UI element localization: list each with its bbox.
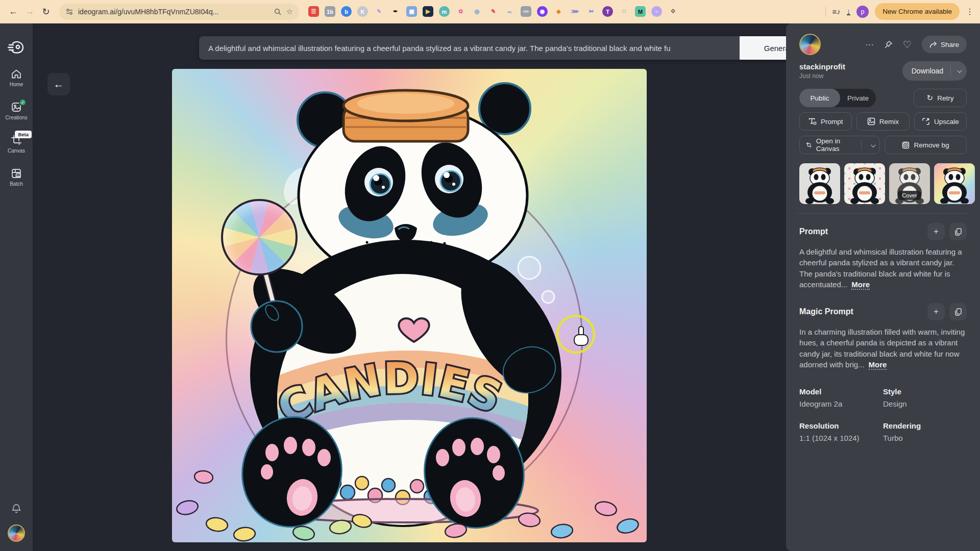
forward-icon[interactable]: → — [21, 6, 38, 17]
sidebar-item-canvas[interactable]: Beta Canvas — [0, 135, 33, 154]
magic-prompt-more-link[interactable]: More — [869, 360, 887, 370]
extension-eyedropper-icon[interactable]: ✒ — [390, 6, 401, 17]
extension-puzzle-icon[interactable]: ⟐ — [668, 6, 678, 17]
extension-blue-b-icon[interactable]: b — [341, 6, 352, 17]
pin-icon[interactable] — [884, 40, 893, 49]
extension-t-purple-icon[interactable]: T — [602, 6, 613, 17]
remove-bg-label: Remove bg — [914, 141, 949, 149]
extension-play-icon[interactable]: ▶ — [423, 6, 433, 17]
search-icon[interactable] — [274, 8, 282, 16]
browser-toolbar: ← → ↻ ideogram.ai/g/uvuMH8hbTFqVnmZU8I04… — [0, 0, 980, 23]
sidebar-item-home[interactable]: Home — [0, 68, 33, 87]
creator-avatar[interactable] — [799, 34, 821, 55]
extension-link-icon[interactable]: ∞ — [504, 6, 515, 17]
download-label: Download — [902, 67, 950, 75]
thumbnail-variant-2[interactable] — [844, 163, 885, 204]
thumbnail-variant-3[interactable]: Cover — [889, 163, 930, 204]
prompt-text-icon — [808, 118, 817, 125]
thumbnail-variant-4-selected[interactable] — [934, 163, 975, 204]
chrome-update-button[interactable]: New Chrome available — [875, 3, 960, 20]
extension-todoist-icon[interactable]: ☰ — [308, 6, 319, 17]
generated-image[interactable]: CANDIES — [172, 69, 647, 542]
visibility-toggle[interactable]: Public Private — [799, 89, 876, 107]
extension-dots-grid-icon[interactable]: ∷ — [619, 6, 629, 17]
like-heart-icon[interactable]: ♡ — [903, 40, 912, 49]
prompt-more-link[interactable]: More — [851, 280, 870, 290]
back-button[interactable]: ← — [47, 73, 70, 95]
magic-prompt-text: In a charming illustration filled with w… — [799, 327, 967, 370]
extensions-row: ☰1bbK✎✒▣▶m✿◎✎∞</>◉◆⋙✂T∷Mᵕ⟐ — [308, 6, 678, 17]
canvas-beta-badge: Beta — [15, 131, 32, 138]
sidebar-bottom — [8, 503, 25, 542]
share-button[interactable]: Share — [922, 36, 967, 53]
extension-color-ring-icon[interactable]: ◎ — [472, 6, 482, 17]
extension-code-icon[interactable]: </> — [521, 6, 531, 17]
image-detail-panel: ··· ♡ Share stackinprofit Just now Downl… — [786, 23, 980, 551]
retry-button[interactable]: ↻ Retry — [914, 89, 967, 107]
sidebar-label: Canvas — [8, 148, 25, 154]
remove-bg-button[interactable]: Remove bg — [885, 136, 967, 154]
url-text: ideogram.ai/g/uvuMH8hbTFqVnmZU8I04q... — [78, 8, 269, 16]
extension-fox-icon[interactable]: ◆ — [553, 6, 564, 17]
playlist-icon[interactable]: ≡♪ — [832, 7, 840, 16]
visibility-public[interactable]: Public — [799, 89, 840, 107]
extension-eye-icon[interactable]: ◉ — [537, 6, 548, 17]
browser-profile-avatar[interactable]: p — [856, 6, 869, 18]
extension-blue-tool-icon[interactable]: ✂ — [586, 6, 597, 17]
extension-k-icon[interactable]: K — [357, 6, 368, 17]
action-buttons-row: Prompt Remix Upscale — [799, 112, 967, 131]
ideogram-logo[interactable] — [8, 40, 25, 55]
prompt-input[interactable]: A delightful and whimsical illustration … — [199, 36, 740, 60]
prompt-button-label: Prompt — [821, 118, 843, 126]
prompt-add-icon[interactable]: + — [927, 223, 945, 240]
creator-name[interactable]: stackinprofit — [799, 62, 845, 71]
more-options-icon[interactable]: ··· — [865, 40, 874, 49]
meta-model: Model Ideogram 2a — [799, 387, 883, 408]
extension-chevrons-icon[interactable]: ⋙ — [570, 6, 580, 17]
site-info-icon[interactable] — [65, 8, 74, 16]
extension-red-pen-icon[interactable]: ✎ — [488, 6, 499, 17]
reload-icon[interactable]: ↻ — [38, 6, 54, 17]
prompt-button[interactable]: Prompt — [799, 112, 852, 131]
download-options-chevron-icon[interactable] — [951, 69, 967, 73]
extension-photo-icon[interactable]: ▣ — [406, 6, 417, 17]
extension-purple-pen-icon[interactable]: ✎ — [374, 6, 384, 17]
style-label: Style — [883, 387, 967, 396]
thumbnail-variant-1[interactable] — [799, 163, 840, 204]
magic-prompt-section-header: Magic Prompt + — [799, 303, 967, 320]
downloads-icon[interactable]: ↓ — [847, 8, 851, 16]
back-icon[interactable]: ← — [5, 6, 21, 17]
extension-m-green-icon[interactable]: M — [635, 6, 646, 17]
canvas-crop-icon — [806, 141, 812, 149]
extension-ghost-icon[interactable]: ᵕ — [651, 6, 662, 17]
magic-prompt-copy-icon[interactable] — [949, 303, 967, 320]
browser-menu-icon[interactable]: ⋮ — [966, 7, 974, 16]
sidebar-label: Home — [10, 82, 23, 87]
magic-prompt-add-icon[interactable]: + — [927, 303, 945, 320]
open-in-canvas-button[interactable]: Open in Canvas — [799, 136, 880, 154]
address-bar[interactable]: ideogram.ai/g/uvuMH8hbTFqVnmZU8I04q... ☆ — [59, 4, 299, 20]
extension-flower-icon[interactable]: ✿ — [455, 6, 466, 17]
variant-thumbnails: Cover — [799, 163, 967, 204]
cursor-highlight-ring — [557, 316, 594, 353]
extension-1b-icon[interactable]: 1b — [325, 6, 335, 17]
remix-button[interactable]: Remix — [856, 112, 909, 131]
sidebar-label: Batch — [10, 181, 23, 187]
bookmark-star-icon[interactable]: ☆ — [286, 7, 293, 16]
sidebar-item-creations[interactable]: ✓ Creations — [0, 102, 33, 120]
model-value: Ideogram 2a — [799, 399, 883, 408]
upscale-icon — [922, 117, 930, 126]
app-sidebar: Home ✓ Creations Beta Canvas Batch — [0, 23, 33, 551]
prompt-text-body: A delightful and whimsical illustration … — [799, 247, 962, 289]
canvas-options-chevron-icon[interactable] — [866, 141, 879, 149]
prompt-copy-icon[interactable] — [949, 223, 967, 240]
extension-m-teal-icon[interactable]: m — [439, 6, 450, 17]
upscale-button[interactable]: Upscale — [914, 112, 967, 131]
resolution-value: 1:1 (1024 x 1024) — [799, 434, 883, 442]
sidebar-user-avatar[interactable] — [8, 524, 25, 542]
notifications-bell-icon[interactable] — [11, 503, 22, 514]
download-button[interactable]: Download — [902, 61, 967, 81]
visibility-private[interactable]: Private — [840, 94, 876, 102]
upscale-button-label: Upscale — [934, 118, 959, 126]
sidebar-item-batch[interactable]: Batch — [0, 168, 33, 187]
